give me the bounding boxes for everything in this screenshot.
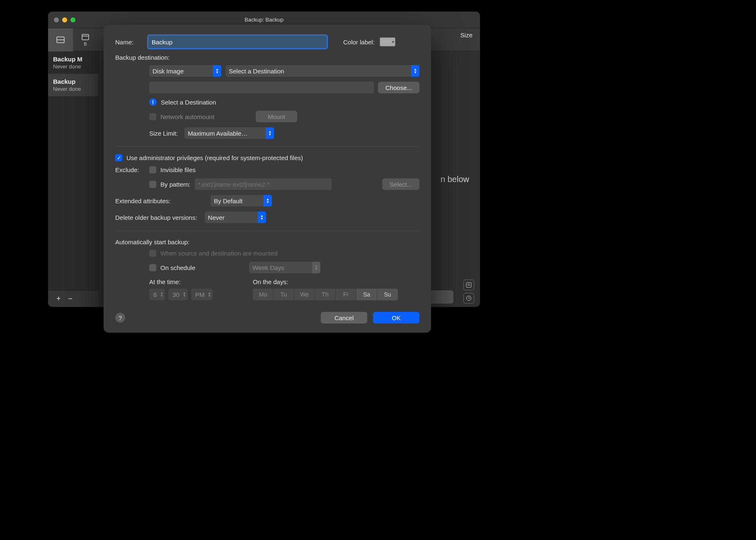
size-limit-value: Maximum Available… <box>188 130 247 137</box>
delete-older-select[interactable]: Never ▲▼ <box>205 212 266 223</box>
when-mounted-label: When source and destination are mounted <box>160 250 278 257</box>
stepper-arrows-icon: ▲▼ <box>160 292 163 297</box>
name-input[interactable] <box>148 36 327 48</box>
schedule-mode-select: Week Days ▲▼ <box>249 262 320 273</box>
destination-select[interactable]: Select a Destination ▲▼ <box>225 65 419 77</box>
remove-button[interactable]: − <box>68 294 73 303</box>
destination-type-value: Disk Image <box>153 68 184 75</box>
stepper-arrows-icon: ▲▼ <box>266 127 274 139</box>
tab-backup[interactable] <box>48 28 73 51</box>
invisible-files-label: Invisible files <box>160 166 196 173</box>
stepper-arrows-icon: ▲▼ <box>183 292 186 297</box>
network-automount-checkbox <box>149 113 156 120</box>
hour-stepper: 6 ▲▼ <box>149 289 165 300</box>
day-we: We <box>294 289 315 300</box>
svg-rect-2 <box>82 34 89 40</box>
tab-caption: B <box>84 41 87 46</box>
invisible-files-checkbox[interactable] <box>149 166 156 173</box>
sidebar-item-title: Backup <box>53 78 93 85</box>
day-su: Su <box>377 289 398 300</box>
minute-value: 30 <box>172 291 179 298</box>
auto-start-heading: Automatically start backup: <box>115 238 419 246</box>
on-schedule-label: On schedule <box>160 264 195 271</box>
mount-button: Mount <box>256 111 297 122</box>
ampm-value: PM <box>195 291 205 298</box>
name-label: Name: <box>115 39 143 46</box>
exclude-label: Exclude: <box>115 166 145 173</box>
stepper-arrows-icon: ▲▼ <box>208 292 211 297</box>
divider <box>115 231 419 231</box>
day-sa: Sa <box>356 289 377 300</box>
schedule-mode-value: Week Days <box>252 264 284 271</box>
schedule-icon[interactable] <box>463 293 474 304</box>
color-label: Color label: <box>343 39 375 46</box>
info-icon: ! <box>149 98 157 106</box>
select-pattern-button: Select... <box>382 178 419 190</box>
ok-button[interactable]: OK <box>373 312 419 324</box>
drive-icon <box>56 36 65 44</box>
delete-older-label: Delete older backup versions: <box>115 214 197 221</box>
extended-attributes-select[interactable]: By Default ▲▼ <box>211 195 272 207</box>
extended-attributes-value: By Default <box>214 197 242 204</box>
when-mounted-checkbox <box>149 250 156 257</box>
sidebar-item-backup-m[interactable]: Backup M Never done <box>48 51 98 74</box>
sidebar-item-title: Backup M <box>53 56 93 63</box>
sidebar-item-subtitle: Never done <box>53 86 93 92</box>
window-title: Backup: Backup <box>48 17 480 23</box>
pattern-input <box>195 178 332 190</box>
svg-rect-4 <box>466 282 471 287</box>
stepper-arrows-icon: ▲▼ <box>258 212 266 223</box>
log-icon[interactable] <box>463 280 474 290</box>
day-th: Th <box>315 289 336 300</box>
on-schedule-checkbox[interactable] <box>149 264 156 271</box>
cancel-button[interactable]: Cancel <box>321 312 367 324</box>
day-fr: Fr <box>336 289 356 300</box>
sidebar-item-subtitle: Never done <box>53 63 93 70</box>
color-label-picker[interactable]: ▾ <box>380 37 395 46</box>
size-limit-label: Size Limit: <box>149 130 178 137</box>
days-selector: Mo Tu We Th Fr Sa Su <box>253 289 398 300</box>
stepper-arrows-icon: ▲▼ <box>411 65 419 77</box>
help-button[interactable]: ? <box>115 313 125 323</box>
destination-path-field[interactable] <box>149 82 374 93</box>
admin-privileges-checkbox[interactable]: ✓ <box>115 154 122 161</box>
day-mo: Mo <box>253 289 274 300</box>
destination-heading: Backup destination: <box>115 54 419 61</box>
ampm-stepper: PM ▲▼ <box>191 289 213 300</box>
extended-attributes-label: Extended attributes: <box>115 197 194 204</box>
delete-older-value: Never <box>208 214 225 221</box>
by-pattern-checkbox[interactable] <box>149 181 156 188</box>
sidebar: Backup M Never done Backup Never done <box>48 51 99 307</box>
archive-icon <box>81 33 90 41</box>
stepper-arrows-icon: ▲▼ <box>213 65 221 77</box>
admin-privileges-label: Use administrator privileges (required f… <box>126 154 303 161</box>
stepper-arrows-icon: ▲▼ <box>312 262 320 273</box>
destination-type-select[interactable]: Disk Image ▲▼ <box>149 65 221 77</box>
stepper-arrows-icon: ▲▼ <box>264 195 272 207</box>
column-size-label: Size <box>460 28 480 39</box>
day-tu: Tu <box>274 289 294 300</box>
destination-warning: Select a Destination <box>161 99 216 106</box>
at-time-label: At the time: <box>149 278 249 285</box>
add-button[interactable]: + <box>56 294 61 303</box>
sidebar-footer: + − <box>48 290 99 307</box>
on-days-label: On the days: <box>253 278 398 285</box>
tab-archive[interactable]: B <box>73 28 98 51</box>
size-limit-select[interactable]: Maximum Available… ▲▼ <box>184 127 274 139</box>
choose-button[interactable]: Choose... <box>378 82 419 93</box>
by-pattern-label: By pattern: <box>160 181 191 188</box>
sidebar-item-backup[interactable]: Backup Never done <box>48 74 98 96</box>
minute-stepper: 30 ▲▼ <box>168 289 188 300</box>
destination-select-value: Select a Destination <box>229 68 284 75</box>
backup-settings-sheet: Name: Color label: ▾ Backup destination:… <box>104 25 431 333</box>
network-automount-label: Network automount <box>160 113 214 120</box>
divider <box>115 146 419 147</box>
hour-value: 6 <box>153 291 157 298</box>
chevron-down-icon: ▾ <box>392 40 394 44</box>
